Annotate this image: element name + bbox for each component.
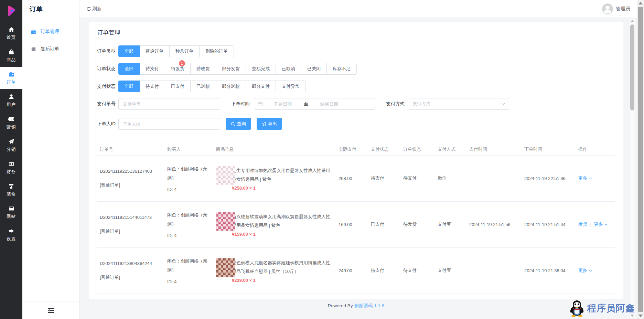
filter-option[interactable]: 已退款: [190, 81, 216, 92]
count-badge: 1: [179, 60, 185, 66]
pay-time: [466, 155, 522, 201]
filter-option[interactable]: 待发货1: [165, 63, 191, 75]
product-title: 灰色倒模大屁股名器实体娃娃倒模男用情趣成人性用品飞机杯自慰器 | 贝丝（10斤）: [232, 259, 333, 276]
filter-option[interactable]: 已取消: [276, 63, 301, 75]
rail-item-home[interactable]: 首页: [0, 22, 22, 44]
order-time: 2024-11-19 22:51:36: [522, 155, 576, 201]
buyer-id-input[interactable]: [118, 118, 220, 130]
product-price: ¥159.00 × 1: [232, 232, 333, 237]
filter-group-1: 订单状态全部待支付待发货1待收货部分发货交易完成已取消已关闭库存不足: [97, 63, 615, 75]
window-scrollbar[interactable]: [637, 0, 644, 319]
sidebar-item-aftersale[interactable]: 售后订单: [22, 40, 79, 57]
rail-item-label: 设置: [7, 236, 16, 242]
collapse-icon: [48, 308, 54, 313]
filter-option[interactable]: 已支付: [165, 81, 191, 92]
filter-option[interactable]: 部分支付: [246, 81, 276, 92]
column-header: 操作: [576, 143, 615, 155]
product-thumbnail: [216, 258, 235, 277]
order-type: [普通订单]: [100, 274, 162, 280]
more-action-link[interactable]: 更多: [578, 267, 592, 274]
rail-item-goods[interactable]: 商品: [0, 44, 22, 67]
home-icon: [8, 26, 15, 33]
refresh-button[interactable]: 刷新: [86, 6, 101, 12]
rail-item-orders[interactable]: 订单: [0, 67, 22, 89]
avatar: [602, 3, 613, 14]
buyer-name: 闲鱼：创颜网络（亲测）: [167, 164, 211, 182]
filter-button-group: 全部待支付已支付已退款部分退款部分支付支付异常: [118, 81, 306, 92]
order-status: 待发货: [400, 201, 435, 247]
search-button[interactable]: 查询: [226, 118, 251, 130]
more-action-link[interactable]: 更多: [578, 175, 592, 181]
filter-option[interactable]: 普通订单: [139, 45, 170, 57]
window-scroll-down-arrow[interactable]: [638, 315, 643, 317]
scroll-up-arrow[interactable]: [631, 20, 634, 22]
column-header: 下单时间: [522, 143, 576, 155]
rail-item-finance[interactable]: 财务: [0, 156, 22, 179]
order-type: [普通订单]: [100, 228, 162, 234]
chevron-down-icon: [589, 269, 592, 273]
filter-option[interactable]: 删除的订单: [199, 45, 234, 57]
more-action-link[interactable]: 更多: [594, 221, 608, 227]
filter-button-group: 全部普通订单秒杀订单删除的订单: [118, 45, 234, 57]
window-scroll-up-arrow[interactable]: [638, 2, 643, 4]
filter-option[interactable]: 已关闭: [301, 63, 327, 75]
rail-item-decorate[interactable]: 装修: [0, 179, 22, 201]
pay-no-input[interactable]: [118, 98, 220, 110]
finance-icon: [8, 160, 15, 167]
column-header: 商品信息: [213, 143, 336, 155]
row-actions: 发货|更多: [576, 201, 615, 247]
rail-item-users[interactable]: 用户: [0, 89, 22, 111]
rail-item-label: 分销: [7, 147, 16, 152]
rail-item-settings[interactable]: 设置: [0, 223, 22, 246]
filter-group-label: 支付状态: [97, 83, 118, 89]
chevron-down-icon: [589, 177, 592, 180]
pay-time: [466, 247, 522, 294]
column-header: 实际支付: [336, 143, 368, 155]
order-number: D20241119225136127403: [100, 169, 162, 174]
order-time-range-picker[interactable]: 至: [254, 98, 375, 110]
page-footer: Powered By 创颜源码 1.1.6: [89, 303, 623, 309]
rail-item-marketing[interactable]: 营销: [0, 111, 22, 134]
pay-method-select[interactable]: 支付方式: [409, 98, 509, 110]
website-icon: [8, 205, 15, 212]
rail-item-distribution[interactable]: 分销: [0, 134, 22, 156]
filter-option[interactable]: 支付异常: [276, 81, 306, 92]
scrollbar-thumb[interactable]: [630, 24, 634, 110]
admin-name: 管理员: [616, 6, 630, 12]
ship-action-link[interactable]: 发货: [578, 221, 587, 227]
filter-option[interactable]: 库存不足: [326, 63, 357, 75]
filter-option[interactable]: 部分发货: [216, 63, 246, 75]
filter-option[interactable]: 秒杀订单: [169, 45, 200, 57]
collapse-sidebar-button[interactable]: [22, 301, 79, 319]
content-scrollbar[interactable]: [630, 19, 635, 318]
filter-option[interactable]: 交易完成: [246, 63, 276, 75]
pay-status: 已支付: [368, 201, 400, 247]
filter-option[interactable]: 全部: [118, 63, 140, 75]
filter-option[interactable]: 待支付: [139, 63, 165, 75]
filter-option[interactable]: 全部: [118, 81, 140, 92]
page-title: 订单管理: [97, 29, 615, 36]
product-thumbnail: [216, 166, 235, 185]
product-price: ¥239.00 × 1: [232, 278, 333, 283]
buyer-id: ID: 4: [167, 233, 211, 238]
window-scrollbar-thumb[interactable]: [638, 7, 643, 312]
admin-menu[interactable]: 管理员: [602, 3, 630, 14]
app-logo[interactable]: [0, 0, 22, 22]
order-management-card: 订单管理 订单类型全部普通订单秒杀订单删除的订单订单状态全部待支付待发货1待收货…: [89, 22, 623, 299]
sidebar-item-order-manage[interactable]: 订单管理: [22, 23, 79, 40]
export-button[interactable]: 导出: [257, 118, 282, 130]
order-type: [普通订单]: [100, 182, 162, 188]
filter-option[interactable]: 部分退款: [216, 81, 246, 92]
filter-option[interactable]: 待收货: [190, 63, 216, 75]
column-header: 支付时间: [466, 143, 522, 155]
version-link[interactable]: 创颜源码 1.1.6: [354, 303, 384, 308]
rail-item-website[interactable]: 网站: [0, 201, 22, 223]
filter-option[interactable]: 待支付: [139, 81, 165, 92]
pay-time: 2024-11-19 21:51:56: [466, 201, 522, 247]
start-date-input[interactable]: [262, 102, 303, 107]
product-title: 女生专用伸缩加热跳蛋女用自慰器女性成人性爱用品女情趣用品 | 紫色: [232, 167, 333, 183]
end-date-input[interactable]: [309, 102, 350, 107]
filter-option[interactable]: 全部: [118, 45, 140, 57]
secondary-sidebar: 订单 订单管理 售后订单: [22, 0, 79, 319]
product-title: 斯汉德超软震动棒女用高潮双震自慰器女性成人性爱用品女情趣用品 | 紫色: [232, 213, 333, 230]
